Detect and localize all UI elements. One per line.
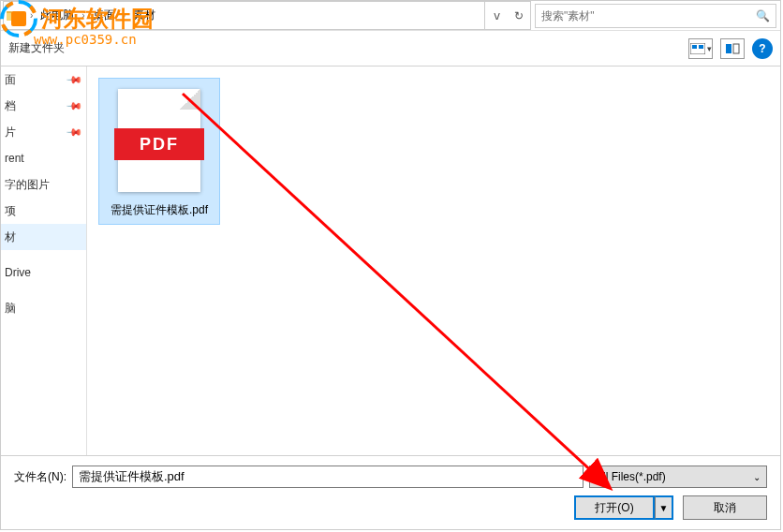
svg-rect-4 xyxy=(692,45,697,49)
refresh-button[interactable]: ↻ xyxy=(508,2,530,29)
pin-icon: 📌 xyxy=(65,96,82,114)
svg-rect-6 xyxy=(726,44,731,53)
sidebar: 面📌 档📌 片📌 rent 字的图片 项 材 Drive 脑 xyxy=(1,66,87,455)
svg-rect-5 xyxy=(699,45,703,49)
cancel-button[interactable]: 取消 xyxy=(683,495,767,520)
filename-input[interactable] xyxy=(72,466,584,488)
sidebar-item[interactable]: 片📌 xyxy=(1,119,86,145)
sidebar-item-selected[interactable]: 材 xyxy=(1,224,86,250)
watermark-url: www.pc0359.cn xyxy=(34,32,137,47)
open-button[interactable]: 打开(O) xyxy=(574,495,655,520)
pdf-file-icon: PDF xyxy=(118,89,200,192)
search-icon[interactable]: 🔍 xyxy=(756,9,770,22)
open-dropdown-button[interactable]: ▼ xyxy=(655,495,673,520)
svg-rect-7 xyxy=(733,44,739,53)
sidebar-item[interactable]: 脑 xyxy=(1,295,86,321)
dropdown-history-button[interactable]: ⅴ xyxy=(485,2,508,29)
chevron-down-icon: ▼ xyxy=(659,503,669,513)
filename-label: 文件名(N): xyxy=(14,469,66,485)
file-type-filter[interactable]: All Files(*.pdf) ⌄ xyxy=(589,466,767,488)
sidebar-item[interactable]: Drive xyxy=(1,259,86,286)
pin-icon: 📌 xyxy=(65,70,82,88)
pin-icon: 📌 xyxy=(65,123,82,140)
svg-rect-2 xyxy=(11,11,26,26)
view-details-button[interactable] xyxy=(720,38,745,59)
file-list[interactable]: PDF 需提供证件模板.pdf xyxy=(87,66,780,455)
sidebar-item[interactable]: 面📌 xyxy=(1,66,86,93)
search-input[interactable] xyxy=(541,9,756,22)
file-tile-selected[interactable]: PDF 需提供证件模板.pdf xyxy=(98,78,220,225)
bottom-bar: 文件名(N): All Files(*.pdf) ⌄ 打开(O) ▼ 取消 xyxy=(1,455,780,529)
sidebar-item[interactable]: 项 xyxy=(1,198,86,224)
help-button[interactable]: ? xyxy=(752,38,773,59)
file-name-label: 需提供证件模板.pdf xyxy=(105,202,214,218)
sidebar-item[interactable]: rent xyxy=(1,145,86,171)
sidebar-item[interactable]: 档📌 xyxy=(1,93,86,119)
search-box[interactable]: 🔍 xyxy=(535,4,776,28)
sidebar-item[interactable]: 字的图片 xyxy=(1,171,86,198)
view-large-icons-button[interactable]: ▾ xyxy=(688,38,713,59)
chevron-down-icon: ⌄ xyxy=(753,472,761,482)
